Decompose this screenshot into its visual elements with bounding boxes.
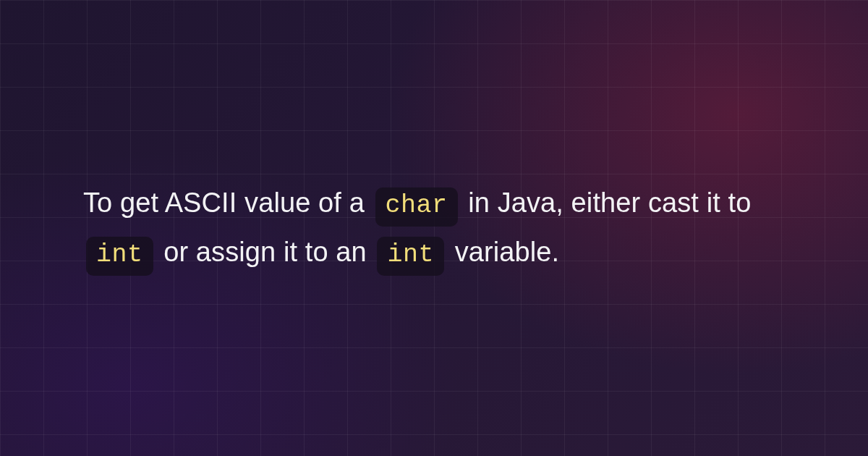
description-text: To get ASCII value of a char in Java, ei… (83, 179, 785, 276)
text-segment: variable. (447, 237, 559, 267)
text-segment: To get ASCII value of a (83, 187, 373, 218)
content-container: To get ASCII value of a char in Java, ei… (83, 0, 785, 456)
code-token-int: int (377, 237, 444, 276)
text-segment: in Java, either cast it to (461, 187, 752, 218)
code-token-char: char (375, 187, 458, 227)
code-token-int: int (86, 237, 153, 276)
text-segment: or assign it to an (156, 237, 375, 267)
